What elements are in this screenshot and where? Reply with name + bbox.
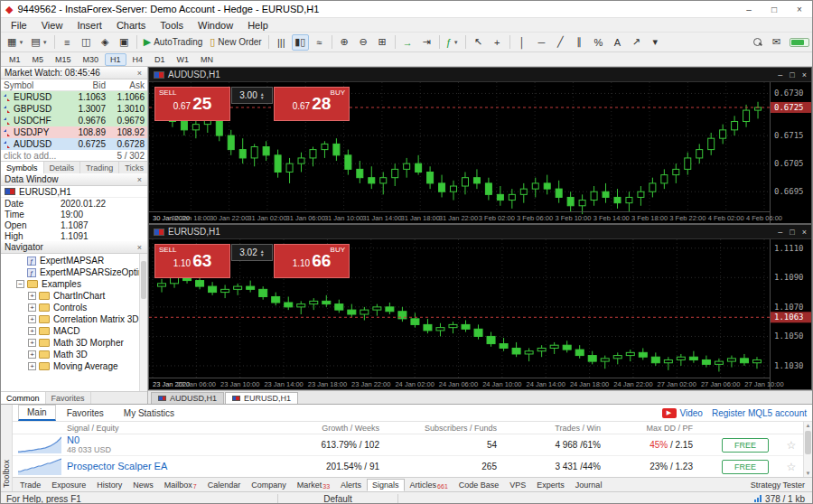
autotrading-button[interactable]: ▶AutoTrading <box>141 34 206 51</box>
signal-row[interactable]: N048 033 USD613.79% / 102544 968 /61%45%… <box>13 434 803 456</box>
profiles-button[interactable]: ▤▼ <box>28 34 50 51</box>
crosshair-button[interactable]: + <box>489 34 506 51</box>
timeframe-d1[interactable]: D1 <box>149 53 171 66</box>
signals-tab-my-statistics[interactable]: My Statistics <box>115 406 183 421</box>
toolbox-tab-company[interactable]: Company <box>246 479 292 491</box>
toolbox-tab-trade[interactable]: Trade <box>14 479 46 491</box>
market-watch-tab-symbols[interactable]: Symbols <box>1 162 44 173</box>
chart-canvas[interactable]: SELL0.67253.00▲▼BUY0.67280.67300.67150.6… <box>149 82 811 223</box>
volume-spinner[interactable]: ▲▼ <box>260 92 265 99</box>
volume-input[interactable]: 3.00▲▼ <box>231 87 273 104</box>
column-header[interactable]: Bid <box>65 80 107 90</box>
navigator-item-correlation-matrix-3d[interactable]: +Correlation Matrix 3D <box>1 313 147 325</box>
toolbox-tab-vps[interactable]: VPS <box>504 479 531 491</box>
tile-windows-button[interactable]: ⊞ <box>374 34 391 51</box>
expand-icon[interactable]: + <box>28 303 36 312</box>
sell-button[interactable]: SELL0.6725 <box>154 87 230 121</box>
expand-icon[interactable]: + <box>28 339 36 347</box>
market-watch-tab-ticks[interactable]: Ticks <box>119 162 150 173</box>
fibonacci-button[interactable]: % <box>590 34 607 51</box>
toolbox-tab-journal[interactable]: Journal <box>570 479 608 491</box>
toolbox-tab-articles[interactable]: Articles661 <box>405 479 453 491</box>
toolbox-tab-experts[interactable]: Experts <box>531 479 570 491</box>
navigator-item-controls[interactable]: +Controls <box>1 302 147 313</box>
menu-help[interactable]: Help <box>240 20 276 31</box>
volume-input[interactable]: 3.02▲▼ <box>231 244 273 261</box>
horizontal-line-button[interactable]: ─ <box>533 34 550 51</box>
vertical-line-button[interactable]: │ <box>514 34 531 51</box>
scrollbar-thumb[interactable] <box>805 431 811 454</box>
chart-titlebar[interactable]: EURUSD,H1–□× <box>149 225 811 239</box>
navigator-item-expertmapsar[interactable]: ƒExpertMAPSAR <box>1 255 147 266</box>
signal-name-link[interactable]: N0 <box>67 435 266 445</box>
expand-icon[interactable]: + <box>28 292 36 300</box>
timeframe-m15[interactable]: M15 <box>50 53 77 66</box>
chart-close-button[interactable]: × <box>802 228 807 237</box>
register-mql5-link[interactable]: Register MQL5 account <box>712 408 807 418</box>
zoom-out-button[interactable]: ⊖ <box>355 34 372 51</box>
market-watch-header[interactable]: Market Watch: 08:45:46 × <box>1 67 147 79</box>
chat-button[interactable]: ✉ <box>768 34 785 51</box>
collapse-icon[interactable]: − <box>16 280 24 288</box>
menu-view[interactable]: View <box>34 20 70 31</box>
timeframe-h1[interactable]: H1 <box>105 53 126 66</box>
market-watch-tab-details[interactable]: Details <box>44 162 81 173</box>
column-header[interactable]: Trades / Win <box>515 424 619 433</box>
data-window-toggle[interactable]: ◫ <box>78 34 95 51</box>
search-button[interactable] <box>749 34 766 51</box>
timeframe-mn[interactable]: MN <box>195 53 219 66</box>
expand-icon[interactable]: + <box>28 362 36 370</box>
arrow-button[interactable]: ↗ <box>628 34 645 51</box>
close-icon[interactable]: × <box>136 69 144 78</box>
bars-button[interactable]: ||| <box>273 34 290 51</box>
market-watch-toggle[interactable]: ≡ <box>59 34 76 51</box>
timeframe-m1[interactable]: M1 <box>4 53 26 66</box>
menu-window[interactable]: Window <box>191 20 240 31</box>
market-watch-row-audusd[interactable]: AUDUSD0.67250.6728 <box>1 138 147 150</box>
timeframe-m30[interactable]: M30 <box>78 53 105 66</box>
free-button[interactable]: FREE <box>722 460 769 474</box>
close-icon[interactable]: × <box>136 243 144 252</box>
menu-tools[interactable]: Tools <box>153 20 191 31</box>
navigator-header[interactable]: Navigator × <box>1 241 147 254</box>
menu-charts[interactable]: Charts <box>109 20 153 31</box>
toolbox-scrollbar[interactable]: ▲ ▼ <box>803 422 812 477</box>
toolbox-tab-mailbox[interactable]: Mailbox7 <box>159 479 202 491</box>
chart-canvas[interactable]: SELL1.10633.02▲▼BUY1.10661.11101.10901.1… <box>149 239 811 389</box>
video-link[interactable]: Video <box>680 408 703 418</box>
titlebar[interactable]: ◆ 9449562 - InstaForex-Server: Demo Acco… <box>1 1 812 18</box>
expand-icon[interactable]: + <box>28 350 36 359</box>
toolbox-toggle[interactable]: ▣ <box>116 34 133 51</box>
chart-shift-button[interactable]: ⇥ <box>418 34 435 51</box>
menu-insert[interactable]: Insert <box>70 20 109 31</box>
timeframe-m5[interactable]: M5 <box>27 53 50 66</box>
close-icon[interactable]: × <box>136 175 144 184</box>
favorite-star-icon[interactable]: ☆ <box>787 439 797 452</box>
navigator-scrollbar[interactable] <box>139 254 147 391</box>
navigator-item-macd[interactable]: +MACD <box>1 325 147 337</box>
expand-icon[interactable]: + <box>28 327 36 335</box>
channel-button[interactable]: ∥ <box>571 34 588 51</box>
cursor-button[interactable]: ↖ <box>470 34 487 51</box>
candles-button[interactable]: ▮▯ <box>292 34 309 51</box>
column-header[interactable]: Growth / Weeks <box>266 424 397 433</box>
navigator-item-math-3d[interactable]: +Math 3D <box>1 349 147 360</box>
menu-file[interactable]: File <box>4 20 34 31</box>
chart-minimize-button[interactable]: – <box>778 70 782 79</box>
toolbox-tab-signals[interactable]: Signals <box>367 479 405 491</box>
navigator-item-chartinchart[interactable]: +ChartInChart <box>1 290 147 302</box>
navigator-tab-favorites[interactable]: Favorites <box>46 392 91 404</box>
profile-selector[interactable]: Default <box>284 494 392 504</box>
chart-tab-audusd-h1[interactable]: AUDUSD,H1 <box>151 392 224 404</box>
new-order-button[interactable]: ▯New Order <box>207 34 264 51</box>
add-symbol-row[interactable]: click to add... 5 / 302 <box>1 150 147 161</box>
indicators-button[interactable]: ƒ▼ <box>444 34 462 51</box>
column-header[interactable]: Signal / Equity <box>67 424 266 433</box>
toolbox-side-tab[interactable]: Toolbox <box>1 405 13 491</box>
signal-row[interactable]: Prospector Scalper EA201.54% / 912653 43… <box>13 456 803 477</box>
chart-maximize-button[interactable]: □ <box>790 70 794 79</box>
navigator-toggle[interactable]: ◈ <box>97 34 114 51</box>
toolbox-tab-calendar[interactable]: Calendar <box>202 479 247 491</box>
buy-button[interactable]: BUY0.6728 <box>274 87 350 121</box>
market-watch-row-eurusd[interactable]: EURUSD1.10631.1066 <box>1 91 147 103</box>
